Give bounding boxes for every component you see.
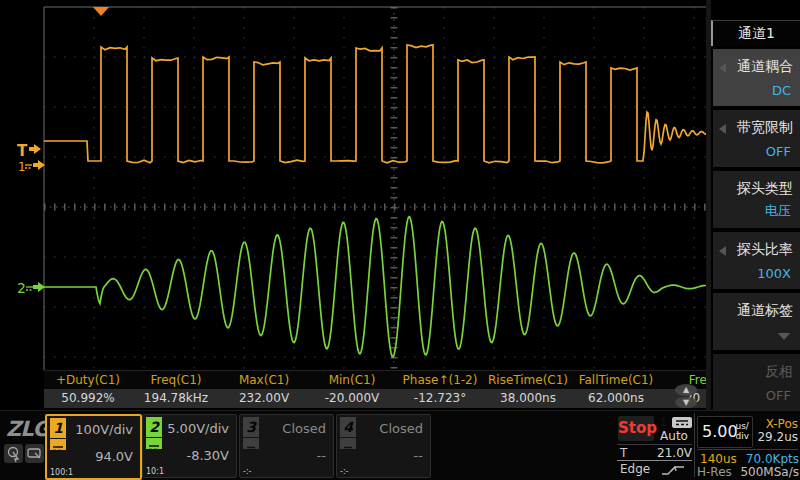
menu-item-value: 100X [757, 266, 791, 281]
channel-offset: 94.0V [95, 449, 133, 464]
svg-text:1: 1 [18, 160, 26, 174]
volts-per-div: 5.00V/div [167, 421, 229, 436]
channel-state: Closed [379, 421, 423, 436]
channel-number-badge: 3 [243, 417, 259, 437]
pointer-pad-icon[interactable] [25, 444, 44, 463]
channel-2-status[interactable]: 2 10:1 5.00V/div -8.30V [142, 414, 237, 478]
measurement-label: Freq(C1) [132, 371, 220, 389]
measurement-label: FallTime(C1) [572, 371, 660, 389]
coupling-icon [340, 438, 356, 449]
submenu-arrow-icon [719, 63, 726, 73]
record-points: 70.0Kpts [746, 452, 799, 466]
menu-item-label: 反相 [765, 363, 793, 381]
run-state-indicator[interactable]: Stop [618, 416, 654, 441]
dc-coupling-icon [146, 438, 162, 449]
trigger-type: Edge [620, 462, 650, 476]
ch1-zero-marker[interactable]: 1 [18, 160, 45, 174]
measurement-labels-row: +Duty(C1) Freq(C1) Max(C1) Min(C1) Phase… [44, 371, 706, 389]
measurement-bar: +Duty(C1) Freq(C1) Max(C1) Min(C1) Phase… [44, 370, 706, 408]
timebase-unit: us/div [735, 421, 749, 441]
measurement-values-row: 50.992% 194.78kHz 232.00V -20.000V -12.7… [44, 389, 706, 408]
divider [697, 449, 798, 450]
sample-rate: 500MSa/s [740, 465, 799, 479]
timebase-zone: 5.00 us/div X-Pos 29.2us 140us 70.0Kpts … [696, 413, 800, 479]
menu-item-label: 通道标签 [737, 302, 793, 320]
measurement-value: -12.723° [396, 389, 484, 408]
measurement-value: 38.000ns [484, 389, 572, 408]
channel-number-badge: 2 [146, 417, 162, 437]
volts-per-div: 100V/div [75, 422, 133, 437]
scroll-down-icon[interactable]: ▼ [675, 397, 697, 409]
menu-item-probe-type[interactable]: 探头类型 电压 [713, 171, 800, 228]
trigger-source-badge: 1 [657, 417, 670, 428]
menu-item-coupling[interactable]: 通道耦合 DC [713, 49, 800, 106]
svg-text:2: 2 [17, 280, 26, 296]
waveform-canvas: T12 [0, 0, 706, 410]
measurement-value: -20.000V [308, 389, 396, 408]
measurement-value: 62.000ns [572, 389, 660, 408]
trigger-level-value: 21.0V [657, 446, 692, 460]
menu-item-label: 带宽限制 [737, 119, 793, 137]
submenu-arrow-icon [719, 246, 726, 256]
measurement-value: 232.00V [220, 389, 308, 408]
trigger-status-zone: Stop 1 Auto T 21.0V Edge [616, 413, 694, 479]
channel-offset: -- [317, 448, 326, 463]
menu-item-invert[interactable]: 反相 OFF [713, 354, 800, 411]
rising-edge-icon [660, 464, 686, 479]
menu-title: 通道1 [711, 20, 800, 46]
menu-item-label: 探头比率 [737, 241, 793, 259]
measurement-label: +Duty(C1) [44, 371, 132, 389]
menu-item-value: OFF [766, 144, 791, 159]
measurement-value: 50.992% [44, 389, 132, 408]
channel-offset: -- [414, 448, 423, 463]
probe-ratio-readout: 10:1 [146, 467, 164, 476]
scroll-up-icon[interactable]: ▲ [675, 384, 697, 396]
channel-3-status[interactable]: 3 -:- Closed -- [239, 414, 334, 478]
coupling-icon [243, 438, 259, 449]
channel-number-badge: 1 [50, 418, 66, 438]
trigger-mode: Auto [654, 429, 694, 443]
status-bar: ZLG® 1 100:1 100V/div 94.0V 2 10:1 5.00V… [0, 410, 800, 480]
menu-item-channel-label[interactable]: 通道标签 [713, 293, 800, 350]
timebase-readout: 5.00 us/div [697, 416, 753, 448]
hres-label: H-Res [697, 465, 732, 479]
divider [617, 444, 692, 445]
channel-offset: -8.30V [186, 448, 229, 463]
measurement-label: Max(C1) [220, 371, 308, 389]
oscilloscope-screen: T12 +Duty(C1) Freq(C1) Max(C1) Min(C1) P… [0, 0, 800, 480]
menu-item-value: DC [772, 83, 791, 98]
divider [617, 460, 692, 461]
submenu-arrow-icon [719, 124, 726, 134]
measurement-scroll: ▲ ▼ [675, 384, 697, 408]
channel-number-badge: 4 [340, 417, 356, 437]
probe-ratio-readout: -:- [340, 467, 348, 476]
trigger-level-label: T [620, 446, 627, 460]
menu-item-probe-ratio[interactable]: 探头比率 100X [713, 232, 800, 289]
ch2-zero-marker[interactable]: 2 [17, 280, 45, 296]
menu-item-value: 电压 [765, 202, 791, 220]
dropdown-icon [778, 333, 790, 340]
trigger-position-marker[interactable] [93, 7, 109, 16]
trigger-level-marker[interactable]: T [17, 142, 41, 160]
probe-ratio-readout: 100:1 [50, 468, 73, 477]
measurement-label: Phase↑(1-2) [396, 371, 484, 389]
channel-menu-panel: 通道1 通道耦合 DC 带宽限制 OFF 探头类型 电压 探头比率 100X [706, 0, 800, 410]
channel-4-status[interactable]: 4 -:- Closed -- [336, 414, 431, 478]
dc-coupling-icon [50, 439, 66, 450]
menu-item-label: 探头类型 [737, 180, 793, 198]
waveform-display-area: T12 +Duty(C1) Freq(C1) Max(C1) Min(C1) P… [0, 0, 706, 410]
measurement-label: RiseTime(C1) [484, 371, 572, 389]
divider [694, 413, 695, 477]
channel-1-status[interactable]: 1 100:1 100V/div 94.0V [45, 414, 142, 480]
timebase-value: 5.00 [702, 422, 738, 441]
record-time: 140us [700, 452, 737, 466]
menu-item-bandwidth-limit[interactable]: 带宽限制 OFF [713, 110, 800, 167]
xpos-label: X-Pos [754, 417, 798, 431]
measurement-value: 194.78kHz [132, 389, 220, 408]
probe-ratio-readout: -:- [243, 467, 251, 476]
measurement-label: Min(C1) [308, 371, 396, 389]
trigger-coupling-icon [672, 417, 692, 428]
menu-item-value: OFF [766, 388, 791, 403]
touch-gesture-icon[interactable] [4, 444, 23, 463]
svg-text:T: T [17, 142, 28, 160]
